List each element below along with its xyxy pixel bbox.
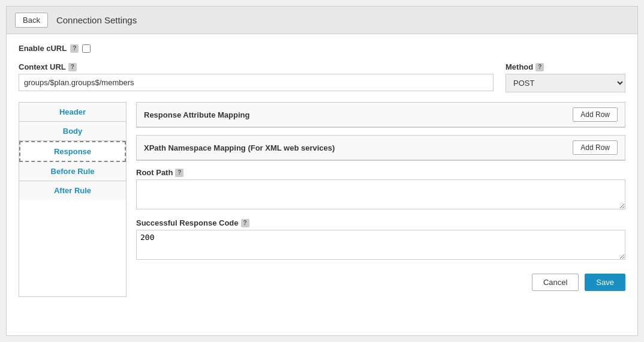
nav-item-response[interactable]: Response: [19, 141, 126, 162]
save-button[interactable]: Save: [585, 274, 625, 291]
xpath-namespace-add-row-button[interactable]: Add Row: [573, 140, 618, 155]
enable-curl-checkbox[interactable]: [82, 44, 91, 53]
method-label: Method ?: [505, 62, 625, 71]
response-attribute-mapping-title: Response Attribute Mapping: [144, 110, 249, 119]
nav-item-before-rule[interactable]: Before Rule: [19, 162, 126, 181]
method-help-icon[interactable]: ?: [535, 63, 544, 71]
nav-item-body[interactable]: Body: [19, 122, 126, 141]
response-code-label: Successful Response Code ?: [136, 218, 625, 227]
right-content: Response Attribute Mapping Add Row XPath…: [127, 102, 625, 297]
enable-curl-label: Enable cURL: [19, 44, 67, 53]
root-path-help-icon[interactable]: ?: [175, 169, 183, 177]
url-group: Context URL ?: [19, 62, 493, 91]
root-path-section: Root Path ?: [136, 168, 625, 211]
method-group: Method ? GET POST PUT DELETE PATCH: [505, 62, 625, 92]
context-url-input[interactable]: [19, 74, 493, 91]
nav-item-after-rule[interactable]: After Rule: [19, 181, 126, 200]
response-attribute-mapping-header: Response Attribute Mapping Add Row: [137, 103, 625, 127]
page-wrapper: Back Connection Settings Enable cURL ? C…: [6, 6, 638, 336]
context-url-help-icon[interactable]: ?: [68, 63, 77, 71]
xpath-namespace-mapping-title: XPath Namespace Mapping (For XML web ser…: [144, 143, 335, 152]
response-attribute-add-row-button[interactable]: Add Row: [573, 107, 618, 122]
enable-curl-help-icon[interactable]: ?: [70, 44, 79, 53]
method-select[interactable]: GET POST PUT DELETE PATCH: [505, 74, 625, 92]
root-path-label: Root Path ?: [136, 168, 625, 177]
header-bar: Back Connection Settings: [7, 7, 637, 34]
cancel-button[interactable]: Cancel: [532, 274, 579, 291]
content-area: Enable cURL ? Context URL ? Method ? GET: [7, 34, 637, 307]
xpath-namespace-mapping-section: XPath Namespace Mapping (For XML web ser…: [136, 135, 625, 161]
url-method-row: Context URL ? Method ? GET POST PUT DELE…: [19, 62, 625, 92]
response-code-help-icon[interactable]: ?: [241, 219, 249, 227]
nav-item-header[interactable]: Header: [19, 103, 126, 122]
context-url-label: Context URL ?: [19, 62, 493, 71]
back-button[interactable]: Back: [15, 13, 48, 28]
response-attribute-mapping-section: Response Attribute Mapping Add Row: [136, 102, 625, 128]
main-layout: Header Body Response Before Rule After R…: [19, 102, 625, 297]
enable-curl-row: Enable cURL ?: [19, 44, 625, 53]
response-code-textarea[interactable]: 200: [136, 230, 625, 260]
xpath-namespace-mapping-header: XPath Namespace Mapping (For XML web ser…: [137, 136, 625, 160]
left-nav: Header Body Response Before Rule After R…: [19, 102, 127, 297]
response-code-section: Successful Response Code ? 200: [136, 218, 625, 262]
root-path-textarea[interactable]: [136, 179, 625, 209]
page-title: Connection Settings: [56, 15, 137, 25]
actions-row: Cancel Save: [136, 274, 625, 297]
